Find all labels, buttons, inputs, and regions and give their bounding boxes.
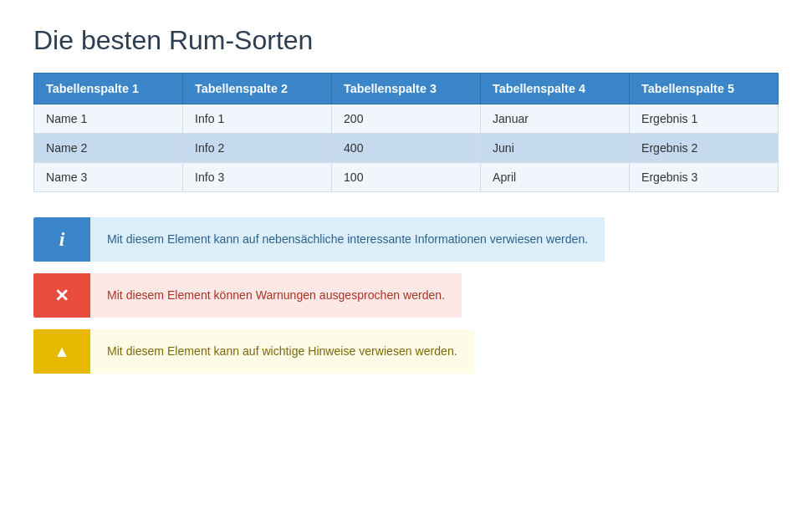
- table-cell: Ergebnis 2: [630, 134, 779, 163]
- table-cell: Ergebnis 1: [630, 104, 779, 134]
- table-cell: Name 1: [34, 104, 183, 134]
- table-cell: April: [481, 163, 630, 192]
- table-cell: Info 2: [183, 134, 332, 163]
- table-cell: Juni: [481, 134, 630, 163]
- table-header: Tabellenspalte 1: [34, 74, 183, 104]
- table-cell: Info 1: [183, 104, 332, 134]
- alert-info-text: Mit diesem Element kann auf nebensächlic…: [90, 217, 605, 262]
- alert-hint-text: Mit diesem Element kann auf wichtige Hin…: [90, 329, 474, 374]
- table-cell: Name 3: [34, 163, 183, 192]
- table-row: Name 1Info 1200JanuarErgebnis 1: [34, 104, 779, 134]
- data-table: Tabellenspalte 1Tabellenspalte 2Tabellen…: [33, 73, 779, 192]
- hint-icon: ▲: [33, 329, 90, 374]
- table-cell: Ergebnis 3: [630, 163, 779, 192]
- table-cell: Info 3: [183, 163, 332, 192]
- table-cell: Januar: [481, 104, 630, 134]
- table-cell: 200: [332, 104, 481, 134]
- table-row: Name 3Info 3100AprilErgebnis 3: [34, 163, 779, 192]
- table-header: Tabellenspalte 3: [332, 74, 481, 104]
- alert-warning-text: Mit diesem Element können Warnungen ausg…: [90, 273, 462, 318]
- info-icon: i: [33, 217, 90, 262]
- alert-warning: ✕Mit diesem Element können Warnungen aus…: [33, 273, 779, 318]
- alert-hint: ▲Mit diesem Element kann auf wichtige Hi…: [33, 329, 779, 374]
- table-cell: 400: [332, 134, 481, 163]
- table-cell: Name 2: [34, 134, 183, 163]
- table-header: Tabellenspalte 5: [630, 74, 779, 104]
- alert-info: iMit diesem Element kann auf nebensächli…: [33, 217, 779, 262]
- warning-icon: ✕: [33, 273, 90, 318]
- table-header: Tabellenspalte 4: [481, 74, 630, 104]
- table-cell: 100: [332, 163, 481, 192]
- table-row: Name 2Info 2400JuniErgebnis 2: [34, 134, 779, 163]
- page-title: Die besten Rum-Sorten: [33, 25, 779, 56]
- table-header: Tabellenspalte 2: [183, 74, 332, 104]
